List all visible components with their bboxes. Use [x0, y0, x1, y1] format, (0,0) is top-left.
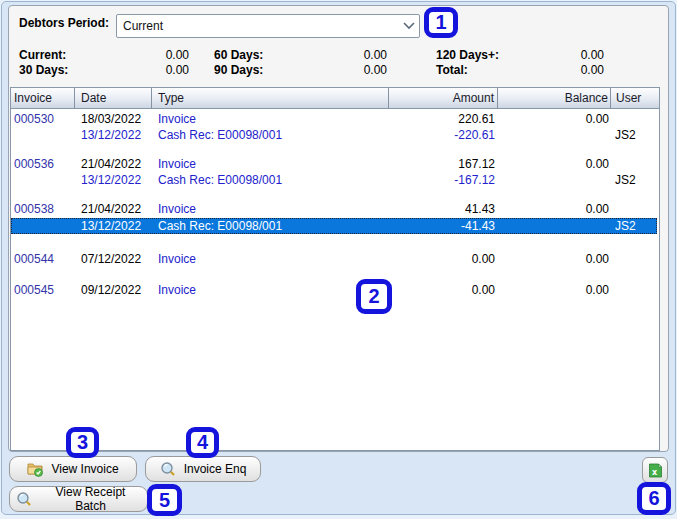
- table-row-invoice-000536[interactable]: 000536 21/04/2022 Invoice 167.12 0.00: [11, 156, 657, 172]
- table-row-invoice-000538[interactable]: 000538 21/04/2022 Invoice 41.43 0.00: [11, 201, 657, 217]
- annotation-badge-3: 3: [66, 427, 99, 458]
- summary-value-current: 0.00: [109, 48, 189, 62]
- debtors-panel: Debtors Period: Current Current: 0.00 60…: [8, 5, 669, 452]
- summary-value-120days: 0.00: [509, 48, 604, 62]
- summary-label-30days: 30 Days:: [19, 63, 68, 77]
- view-invoice-button[interactable]: View Invoice: [9, 456, 137, 482]
- annotation-badge-1: 1: [424, 7, 458, 38]
- invoice-enq-button[interactable]: Invoice Enq: [145, 456, 261, 482]
- table-row-cashrec-000538-selected[interactable]: 13/12/2022 Cash Rec: E00098/001 -41.43 J…: [11, 218, 657, 234]
- export-excel-button[interactable]: x: [642, 457, 668, 483]
- column-header-date[interactable]: Date: [75, 88, 152, 108]
- view-invoice-label: View Invoice: [51, 462, 118, 476]
- annotation-badge-6: 6: [637, 482, 671, 515]
- transactions-table: Invoice Date Type Amount Balance User 00…: [10, 87, 660, 451]
- svg-text:x: x: [651, 467, 657, 476]
- column-header-balance[interactable]: Balance: [498, 88, 611, 108]
- summary-label-current: Current:: [19, 48, 66, 62]
- annotation-badge-2: 2: [356, 279, 392, 314]
- table-row-invoice-000544[interactable]: 000544 07/12/2022 Invoice 0.00 0.00: [11, 251, 657, 267]
- folder-check-icon: [27, 461, 43, 477]
- summary-label-60days: 60 Days:: [214, 48, 263, 62]
- table-row-invoice-000530[interactable]: 000530 18/03/2022 Invoice 220.61 0.00: [11, 111, 657, 127]
- debtors-period-label: Debtors Period:: [19, 16, 109, 30]
- summary-label-90days: 90 Days:: [214, 63, 263, 77]
- chevron-down-icon[interactable]: [399, 19, 419, 33]
- column-header-type[interactable]: Type: [152, 88, 389, 108]
- column-header-user[interactable]: User: [611, 88, 658, 108]
- invoice-enq-label: Invoice Enq: [184, 462, 247, 476]
- magnifier-icon: [160, 461, 176, 477]
- debtors-period-dropdown[interactable]: Current: [116, 14, 420, 38]
- table-header: Invoice Date Type Amount Balance User: [11, 88, 659, 109]
- debtors-dialog: Debtors Period: Current Current: 0.00 60…: [1, 1, 676, 515]
- annotation-badge-4: 4: [186, 427, 219, 458]
- column-header-invoice[interactable]: Invoice: [11, 88, 75, 108]
- summary-value-total: 0.00: [509, 63, 604, 77]
- view-receipt-batch-label: View Receipt Batch: [40, 485, 141, 513]
- summary-label-120days: 120 Days+:: [436, 48, 499, 62]
- table-row-cashrec-000536[interactable]: 13/12/2022 Cash Rec: E00098/001 -167.12 …: [11, 172, 657, 188]
- view-receipt-batch-button[interactable]: View Receipt Batch: [9, 486, 148, 512]
- summary-value-30days: 0.00: [109, 63, 189, 77]
- magnifier-icon: [16, 491, 32, 507]
- table-row-cashrec-000530[interactable]: 13/12/2022 Cash Rec: E00098/001 -220.61 …: [11, 127, 657, 143]
- summary-value-90days: 0.00: [299, 63, 387, 77]
- summary-value-60days: 0.00: [299, 48, 387, 62]
- annotation-badge-5: 5: [147, 484, 182, 516]
- summary-label-total: Total:: [436, 63, 468, 77]
- excel-export-icon: x: [647, 463, 663, 478]
- column-header-amount[interactable]: Amount: [389, 88, 498, 108]
- debtors-period-value: Current: [117, 19, 399, 33]
- table-row-invoice-000545[interactable]: 000545 09/12/2022 Invoice 0.00 0.00: [11, 282, 657, 298]
